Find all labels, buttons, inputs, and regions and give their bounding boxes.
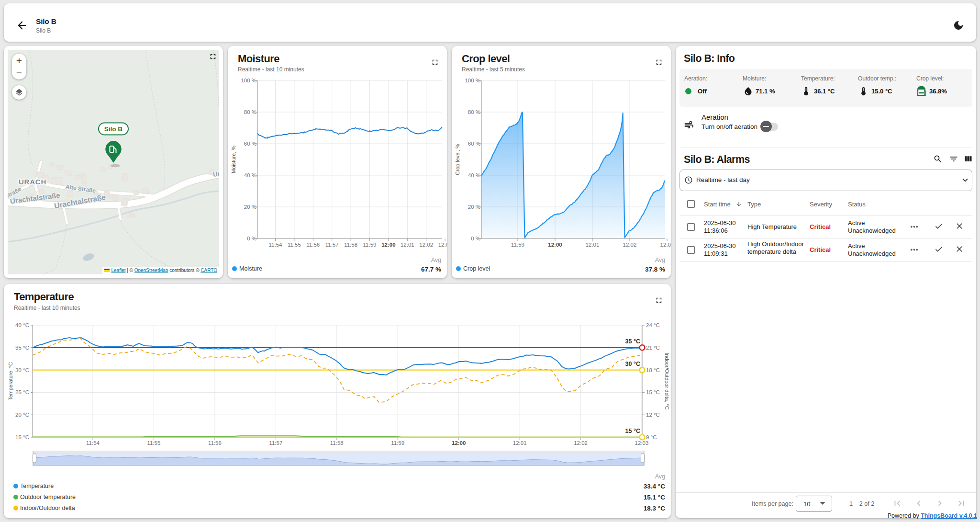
svg-text:0 %: 0 % — [247, 236, 256, 241]
svg-text:12:03: 12:03 — [660, 242, 671, 248]
svg-text:35 °C: 35 °C — [15, 345, 29, 351]
svg-text:12:02: 12:02 — [623, 242, 637, 248]
svg-text:20 %: 20 % — [244, 204, 256, 210]
svg-text:Indoor/Outdoor delta, °C: Indoor/Outdoor delta, °C — [664, 352, 670, 409]
svg-text:80 %: 80 % — [468, 109, 480, 115]
svg-text:40 %: 40 % — [244, 172, 256, 178]
svg-text:12:01: 12:01 — [401, 242, 414, 248]
svg-text:11:56: 11:56 — [208, 440, 222, 446]
svg-text:15 °C: 15 °C — [15, 434, 29, 440]
svg-text:11:54: 11:54 — [86, 440, 100, 446]
svg-text:12:02: 12:02 — [419, 242, 433, 248]
svg-text:URACH: URACH — [19, 178, 46, 186]
svg-text:12:03: 12:03 — [635, 440, 649, 446]
svg-text:12:00: 12:00 — [548, 242, 562, 248]
svg-text:60 %: 60 % — [244, 141, 256, 147]
svg-text:11:59: 11:59 — [363, 242, 377, 248]
svg-text:12 °C: 12 °C — [646, 412, 660, 418]
svg-text:25 °C: 25 °C — [15, 389, 29, 395]
svg-text:11:55: 11:55 — [288, 242, 301, 248]
svg-text:24 °C: 24 °C — [646, 322, 660, 328]
svg-text:11:54: 11:54 — [269, 242, 283, 248]
svg-text:Crop level, %: Crop level, % — [455, 144, 460, 175]
svg-text:15 °C: 15 °C — [646, 389, 660, 395]
svg-text:Moisture, %: Moisture, % — [231, 146, 236, 173]
svg-text:12:03: 12:03 — [438, 242, 447, 248]
svg-text:9 °C: 9 °C — [646, 434, 657, 440]
svg-text:11:55: 11:55 — [147, 440, 160, 446]
svg-text:11:56: 11:56 — [306, 242, 320, 248]
svg-text:40 °C: 40 °C — [15, 322, 29, 328]
svg-text:100 %: 100 % — [465, 78, 480, 83]
svg-text:12:01: 12:01 — [586, 242, 600, 248]
svg-text:12:01: 12:01 — [513, 440, 527, 446]
svg-text:80 %: 80 % — [244, 109, 256, 115]
svg-text:15 °C: 15 °C — [625, 428, 640, 434]
svg-text:21 °C: 21 °C — [646, 345, 660, 351]
svg-text:0 %: 0 % — [471, 236, 480, 241]
svg-text:11:59: 11:59 — [391, 440, 404, 446]
svg-text:100 %: 100 % — [241, 78, 256, 83]
svg-text:20 %: 20 % — [468, 204, 480, 210]
svg-text:Temperature, °C: Temperature, °C — [8, 362, 13, 400]
svg-text:11:57: 11:57 — [325, 242, 339, 248]
svg-text:11:57: 11:57 — [269, 440, 282, 446]
svg-text:12:02: 12:02 — [574, 440, 588, 446]
svg-text:20 °C: 20 °C — [15, 412, 29, 418]
svg-text:11:58: 11:58 — [344, 242, 357, 248]
svg-text:Silo B: Silo B — [104, 125, 123, 133]
svg-text:11:59: 11:59 — [511, 242, 524, 248]
svg-text:11:58: 11:58 — [330, 440, 344, 446]
svg-text:40 %: 40 % — [468, 172, 480, 178]
svg-text:60 %: 60 % — [468, 141, 480, 147]
svg-text:18 °C: 18 °C — [646, 367, 660, 373]
svg-text:12:00: 12:00 — [452, 440, 466, 446]
svg-text:12:00: 12:00 — [381, 242, 395, 248]
svg-text:30 °C: 30 °C — [625, 361, 640, 367]
svg-text:30 °C: 30 °C — [15, 367, 29, 373]
svg-text:35 °C: 35 °C — [625, 338, 640, 345]
